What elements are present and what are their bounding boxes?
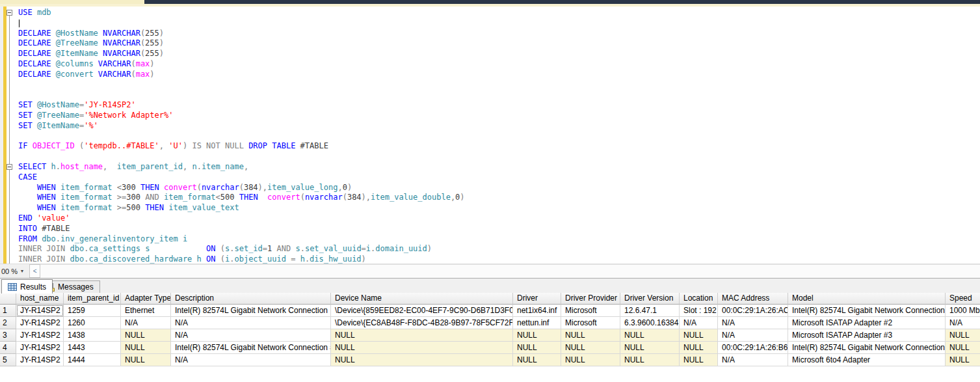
column-header-mac-address[interactable]: MAC Address (718, 293, 788, 305)
grid-cell[interactable]: 00:0C:29:1A:26:B6 (718, 342, 788, 354)
code-line[interactable]: SET @ItemName='%' (0, 121, 980, 131)
grid-cell[interactable]: NULL (561, 342, 620, 354)
code-line[interactable]: INNER JOIN dbo.ca_discovered_hardware h … (0, 254, 980, 264)
column-header-driver[interactable]: Driver (513, 293, 561, 305)
code-line[interactable]: WHEN item_format >=300 AND item_format<5… (0, 193, 980, 203)
collapse-region-icon[interactable] (7, 10, 12, 16)
grid-cell[interactable]: 1260 (64, 317, 121, 329)
grid-cell[interactable]: N/A (718, 317, 788, 329)
grid-cell[interactable]: Microsoft ISATAP Adapter #2 (788, 317, 946, 329)
code-line[interactable]: DECLARE @TreeName NVARCHAR(255) (0, 38, 980, 49)
horizontal-scrollbar[interactable] (40, 264, 980, 278)
grid-cell[interactable]: NULL (121, 329, 171, 342)
code-line[interactable]: IF OBJECT_ID ('tempdb..#TABLE', 'U') IS … (0, 141, 980, 152)
grid-cell[interactable]: 1259 (64, 305, 121, 317)
sql-editor[interactable]: USE mdbDECLARE @HostName NVARCHAR(255)DE… (0, 7, 980, 264)
grid-cell[interactable]: 1444 (64, 354, 121, 366)
grid-cell[interactable]: Intel(R) 82574L Gigabit Network Connecti… (171, 305, 331, 317)
grid-cell[interactable]: 1438 (64, 329, 121, 342)
row-header[interactable]: 3 (0, 329, 16, 342)
grid-cell[interactable]: \Device\{859EED82-EC00-4EF7-9C90-D6B71D3… (331, 305, 513, 317)
grid-cell[interactable]: N/A (680, 317, 718, 329)
grid-cell[interactable]: Microsoft 6to4 Adapter (788, 354, 946, 366)
grid-cell[interactable]: NULL (620, 342, 680, 354)
scroll-left-button[interactable]: < (29, 264, 40, 278)
grid-cell[interactable]: NULL (513, 329, 561, 342)
grid-cell[interactable]: JY-R14SP2 (16, 317, 64, 329)
code-line[interactable]: CASE (0, 172, 980, 183)
code-line[interactable] (0, 131, 980, 142)
grid-cell[interactable]: NULL (121, 354, 171, 366)
grid-cell[interactable]: NULL (331, 354, 513, 366)
grid-cell[interactable]: NULL (680, 342, 718, 354)
row-header[interactable]: 4 (0, 342, 16, 354)
grid-cell[interactable]: Microsoft (561, 305, 620, 317)
row-header[interactable]: 2 (0, 317, 16, 329)
code-line[interactable] (0, 18, 980, 29)
code-line[interactable]: END 'value' (0, 213, 980, 224)
column-header-location[interactable]: Location (680, 293, 718, 305)
grid-cell[interactable]: Intel(R) 82574L Gigabit Network Connecti… (171, 342, 331, 354)
grid-cell[interactable]: \Device\{EC8AB48F-F8DC-4B28-9B97-78F5CF7… (331, 317, 513, 329)
grid-cell[interactable]: net1ix64.inf (513, 305, 561, 317)
grid-cell[interactable]: N/A (946, 317, 980, 329)
grid-cell[interactable]: NULL (946, 354, 980, 366)
grid-cell[interactable]: 00:0C:29:1A:26:AC (718, 305, 788, 317)
code-line[interactable]: DECLARE @columns VARCHAR(max) (0, 59, 980, 70)
grid-cell[interactable]: nettun.inf (513, 317, 561, 329)
grid-cell[interactable]: Ethernet (121, 305, 171, 317)
column-header-device-name[interactable]: Device Name (331, 293, 513, 305)
row-header[interactable]: 1 (0, 305, 16, 317)
grid-cell[interactable]: NULL (513, 354, 561, 366)
code-line[interactable]: USE mdb (0, 8, 980, 18)
code-line[interactable]: SET @TreeName='%Network Adapter%' (0, 111, 980, 121)
grid-cell[interactable]: NULL (561, 354, 620, 366)
code-line[interactable]: FROM dbo.inv_generalinventory_item i (0, 234, 980, 245)
grid-cell[interactable]: JY-R14SP2 (16, 305, 64, 317)
row-header[interactable]: 5 (0, 354, 16, 366)
column-header-driver-provider[interactable]: Driver Provider (561, 293, 620, 305)
grid-cell[interactable]: 12.6.47.1 (620, 305, 680, 317)
column-header-driver-version[interactable]: Driver Version (620, 293, 680, 305)
grid-cell[interactable]: 6.3.9600.16384 (620, 317, 680, 329)
tab-results[interactable]: Results (1, 279, 53, 293)
collapse-region-icon[interactable] (7, 164, 12, 170)
grid-cell[interactable]: N/A (718, 354, 788, 366)
grid-cell[interactable]: Microsoft (561, 317, 620, 329)
grid-cell[interactable]: NULL (513, 342, 561, 354)
grid-cell[interactable]: JY-R14SP2 (16, 354, 64, 366)
code-line[interactable]: INTO #TABLE (0, 224, 980, 234)
code-line[interactable]: WHEN item_format <300 THEN convert(nvarc… (0, 183, 980, 193)
grid-cell[interactable]: NULL (620, 329, 680, 342)
grid-cell[interactable]: 1000 Mbp (946, 305, 980, 317)
grid-cell[interactable]: 1443 (64, 342, 121, 354)
column-header-speed[interactable]: Speed (946, 293, 980, 305)
column-header-adapter-type[interactable]: Adapter Type (121, 293, 171, 305)
grid-cell[interactable]: N/A (171, 329, 331, 342)
grid-cell[interactable]: NULL (561, 329, 620, 342)
grid-cell[interactable]: N/A (171, 317, 331, 329)
code-line[interactable]: DECLARE @convert VARCHAR(max) (0, 70, 980, 80)
grid-cell[interactable]: NULL (331, 329, 513, 342)
select-all-corner[interactable] (0, 293, 16, 305)
grid-cell[interactable]: NULL (680, 354, 718, 366)
grid-cell[interactable]: NULL (946, 342, 980, 354)
grid-cell[interactable]: N/A (718, 329, 788, 342)
grid-cell[interactable]: N/A (121, 317, 171, 329)
grid-cell[interactable]: NULL (121, 342, 171, 354)
code-line[interactable]: SELECT h.host_name, item_parent_id, n.it… (0, 162, 980, 172)
grid-cell[interactable]: Microsoft ISATAP Adapter #3 (788, 329, 946, 342)
editor-zoom-control[interactable]: 00 % ▾ (0, 264, 29, 278)
code-line[interactable] (0, 80, 980, 90)
grid-cell[interactable]: Intel(R) 82574L Gigabit Network Connecti… (788, 305, 946, 317)
code-area[interactable]: USE mdbDECLARE @HostName NVARCHAR(255)DE… (0, 8, 980, 264)
code-line[interactable]: INNER JOIN dbo.ca_settings s ON (s.set_i… (0, 244, 980, 254)
code-line[interactable]: DECLARE @ItemName NVARCHAR(255) (0, 49, 980, 59)
column-header-description[interactable]: Description (171, 293, 331, 305)
column-header-item-parent-id[interactable]: item_parent_id (64, 293, 121, 305)
code-line[interactable] (0, 90, 980, 100)
column-header-host-name[interactable]: host_name (16, 293, 64, 305)
code-line[interactable]: WHEN item_format >=500 THEN item_value_t… (0, 203, 980, 213)
grid-cell[interactable]: Intel(R) 82574L Gigabit Network Connecti… (788, 342, 946, 354)
grid-cell[interactable]: NULL (946, 329, 980, 342)
